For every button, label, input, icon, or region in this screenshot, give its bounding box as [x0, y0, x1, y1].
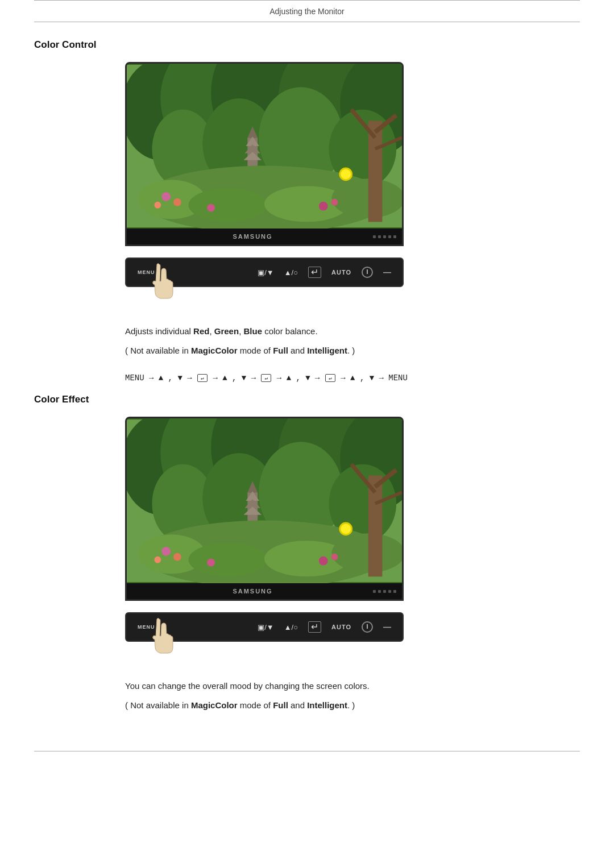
page-header: Adjusting the Monitor — [34, 0, 580, 22]
cp-brightness-symbol-2: ▣/▼ — [258, 624, 273, 631]
monitor-buttons-2 — [373, 590, 396, 593]
hand-cursor-2 — [148, 616, 182, 662]
cp-power-btn-1 — [362, 267, 373, 278]
cp-power-btn-2 — [362, 621, 373, 633]
cp-minus-2: — — [383, 622, 391, 632]
color-control-desc-2: ( Not available in MagicColor mode of Fu… — [125, 343, 580, 358]
color-effect-desc-2: ( Not available in MagicColor mode of Fu… — [125, 698, 580, 713]
svg-point-60 — [341, 524, 351, 534]
cp-brightness-group-1: ▣/▼ — [258, 269, 273, 276]
svg-point-19 — [332, 178, 402, 218]
cp-volume-symbol-1: ▲/○ — [284, 269, 298, 276]
monitor-image-color-control: SAMSUNG — [125, 62, 580, 246]
cp-minus-1: — — [383, 268, 391, 277]
page-title: Adjusting the Monitor — [269, 7, 345, 16]
svg-point-23 — [207, 204, 215, 212]
svg-point-27 — [341, 169, 351, 179]
svg-point-50 — [189, 543, 267, 576]
cp-auto-text-2: AUTO — [331, 624, 351, 630]
hand-cursor-1 — [148, 261, 182, 307]
color-control-desc-1: Adjusts individual Red, Green, Blue colo… — [125, 324, 580, 339]
page-footer — [34, 751, 580, 763]
color-effect-description: You can change the overall mood by chang… — [34, 673, 580, 728]
cp-enter-group-2: ↵ — [308, 621, 321, 633]
cp-volume-group-2: ▲/○ — [284, 624, 298, 631]
cp-brightness-group-2: ▣/▼ — [258, 624, 273, 631]
svg-point-58 — [331, 554, 338, 560]
color-effect-desc-1: You can change the overall mood by chang… — [125, 679, 580, 693]
cp-enter-symbol-2: ↵ — [308, 621, 321, 633]
monitor-brand-bar-1: SAMSUNG — [127, 229, 402, 244]
svg-point-20 — [161, 192, 171, 201]
control-panel-container-2: MENU ▣/▼ ▲/○ ↵ AUTO — — [125, 612, 580, 642]
monitor-brand-bar-2: SAMSUNG — [127, 583, 402, 599]
monitor-screen-2 — [127, 418, 402, 583]
content-area: Color Control — [0, 22, 614, 751]
color-control-title: Color Control — [34, 39, 580, 51]
color-control-description: Adjusts individual Red, Green, Blue colo… — [34, 318, 580, 373]
svg-point-55 — [154, 556, 161, 563]
color-effect-title: Color Effect — [34, 394, 580, 405]
monitor-display-2: SAMSUNG — [125, 417, 404, 601]
control-panel-container-1: MENU ▣/▼ ▲/○ ↵ AUTO — — [125, 258, 580, 287]
monitor-image-color-effect: SAMSUNG — [125, 417, 580, 601]
svg-point-22 — [154, 202, 161, 209]
svg-point-53 — [161, 547, 171, 556]
monitor-screen-1 — [127, 64, 402, 229]
monitor-display-1: SAMSUNG — [125, 62, 404, 246]
monitor-buttons-1 — [373, 235, 396, 238]
color-effect-section: Color Effect — [34, 394, 580, 728]
garden-scene-svg-2 — [127, 418, 402, 583]
color-control-section: Color Control — [34, 39, 580, 383]
svg-point-24 — [319, 202, 328, 211]
monitor-brand-text-1: SAMSUNG — [132, 233, 373, 240]
garden-scene-svg-1 — [127, 64, 402, 229]
cp-volume-group-1: ▲/○ — [284, 269, 298, 276]
cp-auto-text-1: AUTO — [331, 269, 351, 276]
cp-auto-group-1: AUTO — [331, 269, 351, 276]
cp-enter-group-1: ↵ — [308, 267, 321, 278]
color-control-menu-path: MENU → ▲ , ▼ → ↵ → ▲ , ▼ → ↵ → ▲ , ▼ → ↵… — [34, 373, 580, 383]
svg-point-54 — [173, 553, 181, 561]
svg-point-52 — [332, 533, 402, 572]
cp-icons-row-2: ▣/▼ ▲/○ ↵ AUTO — — [258, 621, 391, 633]
svg-point-21 — [173, 198, 181, 206]
svg-point-57 — [319, 556, 328, 566]
cp-enter-symbol-1: ↵ — [308, 267, 321, 278]
cp-volume-symbol-2: ▲/○ — [284, 624, 298, 631]
monitor-brand-text-2: SAMSUNG — [132, 588, 373, 595]
svg-point-17 — [189, 188, 267, 222]
cp-brightness-symbol-1: ▣/▼ — [258, 269, 273, 276]
cp-auto-group-2: AUTO — [331, 624, 351, 630]
svg-point-56 — [207, 559, 215, 567]
cp-icons-row-1: ▣/▼ ▲/○ ↵ AUTO — — [258, 267, 391, 278]
svg-point-25 — [331, 199, 338, 206]
